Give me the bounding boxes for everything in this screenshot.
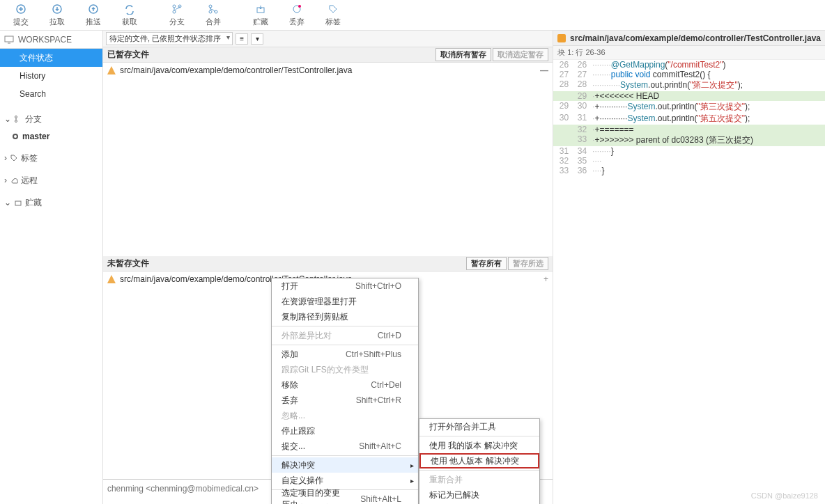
svg-point-6: [209, 5, 212, 8]
chevron-right-icon: ›: [4, 175, 7, 185]
staged-header: 已暂存文件 取消所有暂存 取消选定暂存: [103, 47, 553, 63]
fetch-icon: [123, 3, 136, 15]
sidebar-item-filestatus[interactable]: 文件状态: [0, 49, 102, 67]
menu-item: 跟踪Git LFS的文件类型: [272, 362, 418, 377]
remotes-header[interactable]: ›远程: [0, 171, 102, 189]
svg-point-3: [173, 5, 176, 8]
branch-icon: [14, 115, 22, 123]
cloud-icon: [10, 176, 18, 184]
tb-merge[interactable]: 合并: [195, 0, 231, 30]
chevron-right-icon: ›: [4, 153, 7, 163]
menu-item[interactable]: 丢弃Shift+Ctrl+R: [272, 393, 418, 408]
push-icon: [87, 3, 100, 15]
conflict-icon: [107, 66, 116, 74]
conflict-icon: [107, 275, 116, 283]
workspace-header: WORKSPACE: [0, 31, 102, 49]
stash-icon: [14, 198, 22, 207]
stage-file-icon[interactable]: +: [543, 274, 548, 284]
chevron-down-icon: ⌄: [4, 198, 11, 207]
stage-selected-btn[interactable]: 暂存所选: [508, 257, 548, 270]
menu-item: 重新合并: [419, 472, 539, 487]
svg-rect-14: [15, 201, 21, 205]
file-icon: [557, 34, 566, 42]
discard-icon: [291, 3, 303, 15]
monitor-icon: [4, 35, 14, 45]
menu-item[interactable]: 复制路径到剪贴板: [272, 309, 418, 324]
stashes-header[interactable]: ⌄贮藏: [0, 194, 102, 212]
unstage-all-btn[interactable]: 取消所有暂存: [435, 48, 491, 61]
branch-icon: [171, 3, 183, 15]
menu-item[interactable]: 提交...Shift+Alt+C: [272, 439, 418, 454]
unstage-file-icon[interactable]: —: [540, 65, 548, 75]
main-toolbar: 提交 拉取 推送 获取 分支 合并 贮藏 丢弃 标签: [0, 0, 825, 31]
merge-icon: [207, 3, 219, 15]
menu-item[interactable]: 移除Ctrl+Del: [272, 377, 418, 393]
menu-item[interactable]: 标记为已解决: [419, 487, 539, 503]
menu-item[interactable]: 停止跟踪: [272, 423, 418, 439]
tb-push[interactable]: 推送: [75, 0, 111, 30]
tb-stash[interactable]: 贮藏: [242, 0, 279, 30]
watermark: CSDN @baize9128: [751, 491, 818, 500]
view-dropdown-btn[interactable]: ▾: [251, 33, 263, 45]
tags-header[interactable]: ›标签: [0, 149, 102, 167]
menu-item[interactable]: 打开外部合并工具: [419, 419, 539, 434]
diff-code: 2626········@GetMapping("/commitTest2")2…: [553, 60, 825, 175]
branches-header[interactable]: ⌄分支: [0, 110, 102, 128]
menu-item[interactable]: 打开Shift+Ctrl+O: [272, 278, 418, 294]
pull-icon: [51, 3, 63, 15]
svg-point-10: [298, 5, 301, 8]
tag-icon: [10, 154, 18, 162]
staged-file-row[interactable]: src/main/java/com/example/demo/controlle…: [103, 63, 553, 78]
branch-master[interactable]: master: [0, 128, 102, 145]
filter-bar: 待定的文件, 已依照文件状态排序 ≡ ▾: [103, 31, 553, 47]
unstage-selected-btn[interactable]: 取消选定暂存: [493, 48, 548, 61]
svg-point-4: [173, 10, 176, 13]
diff-header: src/main/java/com/example/demo/controlle…: [553, 31, 825, 46]
view-list-btn[interactable]: ≡: [236, 33, 248, 45]
menu-item[interactable]: 自定义操作: [272, 473, 418, 488]
svg-point-7: [209, 10, 212, 13]
resolve-submenu: 打开外部合并工具使用 我的版本 解决冲突使用 他人版本 解决冲突重新合并标记为已…: [419, 418, 540, 504]
menu-item[interactable]: 解决冲突: [272, 457, 418, 473]
tb-pull[interactable]: 拉取: [39, 0, 75, 30]
sort-combo[interactable]: 待定的文件, 已依照文件状态排序: [106, 32, 233, 45]
menu-item[interactable]: 添加Ctrl+Shift+Plus: [272, 347, 418, 362]
commit-icon: [15, 3, 27, 15]
tb-tag[interactable]: 标签: [315, 0, 351, 30]
chevron-down-icon: ⌄: [4, 114, 11, 124]
branch-current-icon: [13, 134, 18, 139]
stash-icon: [254, 3, 267, 15]
sidebar-item-history[interactable]: History: [0, 67, 102, 85]
menu-item: 忽略...: [272, 408, 418, 423]
svg-point-8: [215, 10, 217, 13]
stage-all-btn[interactable]: 暂存所有: [466, 257, 507, 270]
sidebar: WORKSPACE 文件状态 History Search ⌄分支 master…: [0, 31, 103, 504]
svg-rect-11: [5, 36, 13, 42]
tb-commit[interactable]: 提交: [3, 0, 39, 30]
menu-item: 外部差异比对Ctrl+D: [272, 328, 418, 343]
unstaged-header: 未暂存文件 暂存所有 暂存所选: [103, 256, 553, 271]
tb-fetch[interactable]: 获取: [111, 0, 148, 30]
menu-item[interactable]: 使用 他人版本 解决冲突: [419, 453, 539, 468]
menu-item[interactable]: 在资源管理器里打开: [272, 294, 418, 309]
tag-icon: [327, 3, 339, 15]
sidebar-item-search[interactable]: Search: [0, 85, 102, 103]
tb-branch[interactable]: 分支: [159, 0, 195, 30]
context-menu: 打开Shift+Ctrl+O在资源管理器里打开复制路径到剪贴板外部差异比对Ctr…: [271, 278, 419, 504]
hunk-header: 块 1: 行 26-36: [553, 46, 825, 60]
tb-discard[interactable]: 丢弃: [279, 0, 315, 30]
menu-item[interactable]: 使用 我的版本 解决冲突: [419, 438, 539, 453]
